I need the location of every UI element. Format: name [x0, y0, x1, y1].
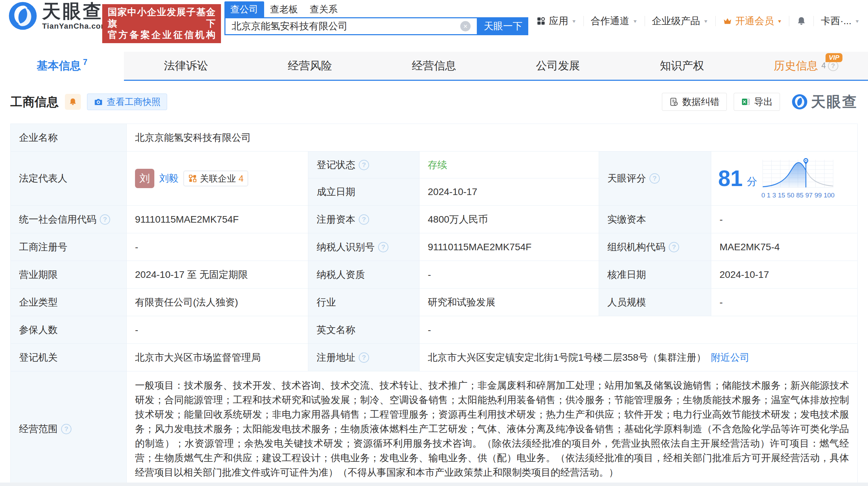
company-name-value: 北京京能氢安科技有限公司 [127, 124, 857, 151]
apps-grid-icon [536, 16, 546, 26]
table-row: 工商注册号 - 纳税人识别号 ? 91110115MAE2MK754F 组织机构… [11, 233, 857, 261]
field-label: 企业类型 [11, 289, 127, 316]
help-icon[interactable]: ? [828, 61, 838, 71]
nav-user-account[interactable]: 卡西·... ▼ [821, 14, 860, 28]
logo-swirl-icon [792, 94, 808, 110]
related-label: 关联企业 [200, 173, 236, 185]
view-snapshot-button[interactable]: 查看工商快照 [87, 94, 167, 110]
divider [715, 16, 716, 26]
field-value: - [711, 289, 857, 316]
page-bottom-strip [0, 483, 868, 486]
field-value: 2024-10-17 至 无固定期限 [127, 261, 308, 288]
field-label: 英文名称 [308, 316, 419, 343]
tab-basic-info[interactable]: 基本信息 7 [0, 52, 124, 80]
search-button[interactable]: 天眼一下 [478, 17, 528, 35]
field-value: MAE2MK75-4 [711, 233, 857, 261]
nav-apps-label: 应用 [549, 14, 568, 28]
vip-badge: VIP [826, 53, 842, 62]
tab-intellectual-property[interactable]: 知识产权 [620, 52, 744, 80]
notification-bell[interactable] [796, 16, 807, 26]
chevron-down-icon: ▼ [703, 19, 708, 23]
field-value: 北京市大兴区市场监督管理局 [127, 344, 308, 371]
tab-company-development[interactable]: 公司发展 [496, 52, 620, 80]
search-tab-relation[interactable]: 查关系 [304, 1, 344, 17]
help-icon[interactable]: ? [378, 242, 388, 252]
tab-count: 7 [83, 58, 87, 67]
bell-icon [68, 97, 77, 106]
field-value: - [127, 316, 308, 343]
data-correction-button[interactable]: 数据纠错 [662, 93, 727, 111]
field-value: - [711, 206, 857, 233]
field-label: 行业 [308, 289, 419, 316]
nav-vip-label: 开通会员 [735, 14, 774, 28]
table-row: 经营范围 ? 一般项目：技术服务、技术开发、技术咨询、技术交流、技术转让、技术推… [11, 371, 857, 486]
field-label: 组织机构代码 ? [599, 233, 711, 261]
search-input[interactable] [232, 21, 460, 32]
search-tab-boss[interactable]: 查老板 [264, 1, 304, 17]
help-icon[interactable]: ? [669, 242, 679, 252]
subscribe-bell-button[interactable] [65, 94, 81, 110]
org-chart-icon [188, 174, 197, 183]
certification-badge: 国家中小企业发展子基金旗下 官方备案企业征信机构 [102, 4, 221, 43]
nearby-companies-link[interactable]: 附近公司 [711, 351, 750, 364]
tab-history-info[interactable]: VIP 历史信息 4 ? [744, 52, 868, 80]
tianyancha-watermark: 天眼查 [792, 92, 858, 111]
field-label: 统一社会信用代码 ? [11, 206, 127, 233]
snapshot-button-label: 查看工商快照 [107, 96, 161, 108]
score-unit: 分 [747, 175, 757, 189]
related-companies-badge[interactable]: 关联企业 4 [183, 171, 248, 186]
avatar[interactable]: 刘 [135, 169, 154, 188]
help-icon[interactable]: ? [359, 352, 369, 363]
help-icon[interactable]: ? [359, 160, 369, 170]
field-value: 4800万人民币 [419, 206, 599, 233]
legal-rep-link[interactable]: 刘毅 [159, 172, 179, 185]
field-label: 登记状态 ? [308, 152, 419, 178]
section-title: 工商信息 [10, 94, 59, 110]
help-icon[interactable]: ? [649, 173, 660, 184]
table-row: 参保人数 - 英文名称 - [11, 316, 857, 344]
field-label: 天眼评分 ? [599, 152, 711, 205]
excel-icon [741, 97, 751, 107]
tab-legal-proceedings[interactable]: 法律诉讼 [124, 52, 248, 80]
establish-date-value: 2024-10-17 [419, 178, 599, 205]
field-label: 注册地址 ? [308, 344, 419, 371]
nav-partner-label: 合作通道 [591, 14, 629, 28]
search-tab-company[interactable]: 查公司 [224, 1, 264, 17]
export-button[interactable]: 导出 [734, 93, 780, 111]
nav-vip-membership[interactable]: 开通会员 ▼ [723, 14, 782, 28]
nav-user-label: 卡西·... [821, 14, 851, 28]
nav-apps[interactable]: 应用 ▼ [536, 14, 577, 28]
nav-enterprise-products[interactable]: 企业级产品 ▼ [652, 14, 708, 28]
field-value: - [419, 261, 599, 288]
tab-label: 经营信息 [412, 58, 456, 74]
tab-business-risk[interactable]: 经营风险 [248, 52, 372, 80]
field-label: 成立日期 [308, 178, 419, 205]
search-area: 查公司 查老板 查关系 ✕ 天眼一下 [224, 1, 528, 35]
camera-icon [94, 97, 103, 107]
field-label: 注册资本 ? [308, 206, 419, 233]
tianyancha-logo[interactable]: 天眼查 TianYanCha.com [8, 1, 108, 30]
field-label: 参保人数 [11, 316, 127, 343]
legal-rep-value: 刘 刘毅 关联企业 4 [127, 152, 308, 205]
tab-label: 法律诉讼 [164, 58, 208, 74]
address-value: 北京市大兴区安定镇安定北街1号院1号楼二层358号（集群注册） 附近公司 [419, 344, 857, 371]
cert-badge-line1: 国家中小企业发展子基金旗下 [108, 7, 215, 29]
search-tabs: 查公司 查老板 查关系 [224, 1, 528, 17]
help-icon[interactable]: ? [359, 214, 369, 225]
related-count: 4 [239, 173, 243, 184]
tab-label: 经营风险 [288, 58, 332, 74]
help-icon[interactable]: ? [61, 424, 71, 434]
chevron-down-icon: ▼ [633, 19, 638, 23]
help-icon[interactable]: ? [100, 214, 110, 225]
divider [645, 16, 645, 26]
divider [813, 16, 814, 26]
nav-partner-channel[interactable]: 合作通道 ▼ [591, 14, 638, 28]
nav-enterprise-label: 企业级产品 [652, 14, 700, 28]
divider [584, 16, 584, 26]
chevron-down-icon: ▼ [777, 19, 782, 23]
score-distribution-chart: 01 315 5085 9799 100 [761, 158, 835, 199]
clear-icon[interactable]: ✕ [460, 21, 471, 31]
field-label: 实缴资本 [599, 206, 711, 233]
score-number: 81 [718, 167, 743, 189]
tab-business-info[interactable]: 经营信息 [372, 52, 496, 80]
